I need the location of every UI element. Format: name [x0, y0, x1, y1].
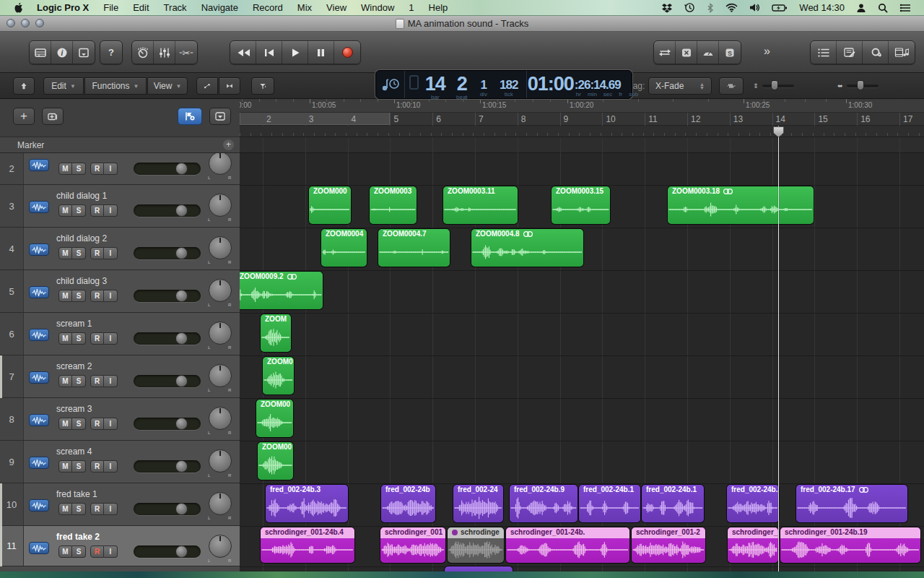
- input-monitor-button[interactable]: I: [104, 460, 118, 473]
- marker-track-header[interactable]: Marker +: [0, 137, 240, 153]
- menu-item-mix[interactable]: Mix: [290, 0, 319, 16]
- volume-slider[interactable]: [134, 163, 201, 175]
- track-name[interactable]: child dialog 2: [56, 233, 107, 243]
- audio-region-ZOOM0003.11[interactable]: ZOOM0003.11: [443, 186, 518, 224]
- track-header-8[interactable]: 8scream 3MSRILR: [0, 398, 240, 441]
- menu-item-view[interactable]: View: [319, 0, 354, 16]
- audio-region-fred_002-24b[interactable]: fred_002-24b: [381, 485, 435, 522]
- audio-region-schrodinger_[interactable]: schrodinger_: [728, 527, 778, 563]
- mute-button[interactable]: M: [58, 332, 72, 345]
- volume-slider[interactable]: [134, 375, 201, 387]
- menu-item-1[interactable]: 1: [401, 0, 421, 16]
- audio-region-ZOOM0004.7[interactable]: ZOOM0004.7: [378, 229, 450, 267]
- record-enable-button[interactable]: R: [90, 460, 104, 473]
- track-header-3[interactable]: 3child dialog 1MSRILR: [0, 185, 240, 228]
- volume-slider[interactable]: [134, 545, 201, 558]
- track-waveform-badge[interactable]: [29, 542, 49, 554]
- track-header-10[interactable]: 10fred take 1MSRILR: [0, 483, 240, 526]
- audio-region-schrodinger_001[interactable]: schrodinger_001: [380, 527, 445, 563]
- edit-menu[interactable]: Edit▼: [43, 77, 84, 95]
- pan-knob[interactable]: [209, 153, 232, 175]
- pan-knob[interactable]: [209, 535, 232, 558]
- mute-button[interactable]: M: [58, 545, 72, 558]
- audio-region-ZOOM00[interactable]: ZOOM00: [258, 442, 293, 480]
- solo-button[interactable]: S: [72, 247, 86, 259]
- input-monitor-button[interactable]: I: [104, 503, 118, 515]
- pan-knob[interactable]: [209, 322, 232, 345]
- global-tracks-button[interactable]: [178, 108, 202, 125]
- menu-item-record[interactable]: Record: [245, 0, 290, 16]
- record-enable-button[interactable]: R: [90, 163, 104, 175]
- record-enable-button[interactable]: R: [90, 290, 104, 302]
- audio-region-ZOOM0003.18[interactable]: ZOOM0003.18: [668, 186, 814, 224]
- volume-slider[interactable]: [134, 503, 201, 515]
- pan-knob[interactable]: [209, 407, 232, 430]
- search-icon[interactable]: [872, 3, 894, 13]
- record-enable-button[interactable]: R: [90, 332, 104, 345]
- zoom-button[interactable]: [35, 19, 44, 27]
- record-enable-button[interactable]: R: [90, 247, 104, 259]
- rewind-button[interactable]: [230, 41, 256, 64]
- audio-region-ZOOM0[interactable]: ZOOM0: [263, 357, 294, 394]
- pan-knob[interactable]: [209, 364, 232, 387]
- mute-button[interactable]: M: [58, 163, 72, 175]
- mute-button[interactable]: M: [58, 503, 72, 515]
- play-button[interactable]: [282, 41, 308, 64]
- track-name[interactable]: scream 3: [56, 404, 92, 414]
- mute-button[interactable]: M: [58, 247, 72, 259]
- pause-button[interactable]: [308, 41, 334, 64]
- marker-track-lane[interactable]: [240, 137, 924, 153]
- track-waveform-badge[interactable]: [29, 243, 49, 256]
- volume-slider[interactable]: [134, 332, 201, 345]
- editors-button[interactable]: ✂: [175, 41, 197, 64]
- record-enable-button[interactable]: R: [90, 204, 104, 217]
- hide-library-button[interactable]: [13, 77, 35, 95]
- menu-item-file[interactable]: File: [96, 0, 126, 16]
- volume-slider[interactable]: [134, 247, 201, 259]
- pan-knob[interactable]: [209, 449, 232, 473]
- track-waveform-badge[interactable]: [29, 201, 49, 213]
- notification-center-icon[interactable]: [894, 4, 917, 12]
- track-name[interactable]: fred take 2: [56, 532, 100, 542]
- track-waveform-badge[interactable]: [29, 414, 49, 426]
- apple-menu[interactable]: [7, 2, 30, 14]
- track-waveform-badge[interactable]: [29, 371, 49, 384]
- input-monitor-button[interactable]: I: [104, 163, 118, 175]
- input-monitor-button[interactable]: I: [104, 247, 118, 259]
- record-button[interactable]: [334, 41, 360, 64]
- audio-region[interactable]: [445, 566, 513, 571]
- solo-button[interactable]: S: [72, 290, 86, 302]
- input-monitor-button[interactable]: I: [104, 204, 118, 217]
- mute-button[interactable]: M: [58, 204, 72, 217]
- volume-icon[interactable]: [744, 3, 766, 12]
- toolbar-overflow-chevron[interactable]: »: [764, 45, 770, 58]
- timeline-area[interactable]: 1:00:001:00:051:00:101:00:151:00:201:00:…: [240, 99, 924, 571]
- lcd-display[interactable]: 14bar 2beat 1div 182tick 01:00 :26:14.69…: [375, 70, 632, 99]
- solo-button[interactable]: S: [72, 163, 86, 175]
- audio-region-fred_002-24b.1[interactable]: fred_002-24b.1: [642, 485, 704, 522]
- wifi-icon[interactable]: [720, 3, 744, 12]
- info-button[interactable]: i: [51, 41, 73, 64]
- track-name[interactable]: child dialog 1: [56, 191, 107, 201]
- input-monitor-button[interactable]: I: [104, 290, 118, 302]
- mixer-button[interactable]: [154, 41, 175, 64]
- mute-button[interactable]: M: [58, 375, 72, 387]
- lcd-position[interactable]: 14bar 2beat 1div 182tick: [405, 71, 527, 98]
- duplicate-track-button[interactable]: [42, 108, 64, 125]
- track-header-2[interactable]: 2MSRILR: [0, 153, 240, 185]
- tuner-button[interactable]: [697, 41, 719, 64]
- lcd-mode-icon[interactable]: [376, 71, 405, 98]
- dropbox-icon[interactable]: [655, 3, 679, 13]
- window-titlebar[interactable]: MA animation sound - Tracks: [0, 16, 924, 32]
- track-header-6[interactable]: 6scream 1MSRILR: [0, 313, 240, 355]
- solo-button[interactable]: S: [72, 204, 86, 217]
- punch-button[interactable]: [676, 41, 697, 64]
- volume-slider[interactable]: [134, 460, 201, 473]
- lcd-time[interactable]: 01:00 :26:14.69 hrminsecfrsub: [527, 71, 632, 98]
- record-enable-button[interactable]: R: [90, 503, 104, 515]
- audio-region-ZOOM0004[interactable]: ZOOM0004: [321, 229, 367, 267]
- bluetooth-icon[interactable]: [701, 3, 720, 13]
- minimize-button[interactable]: [21, 19, 30, 27]
- volume-slider[interactable]: [134, 418, 201, 430]
- horizontal-zoom-slider[interactable]: ⬌: [837, 79, 879, 93]
